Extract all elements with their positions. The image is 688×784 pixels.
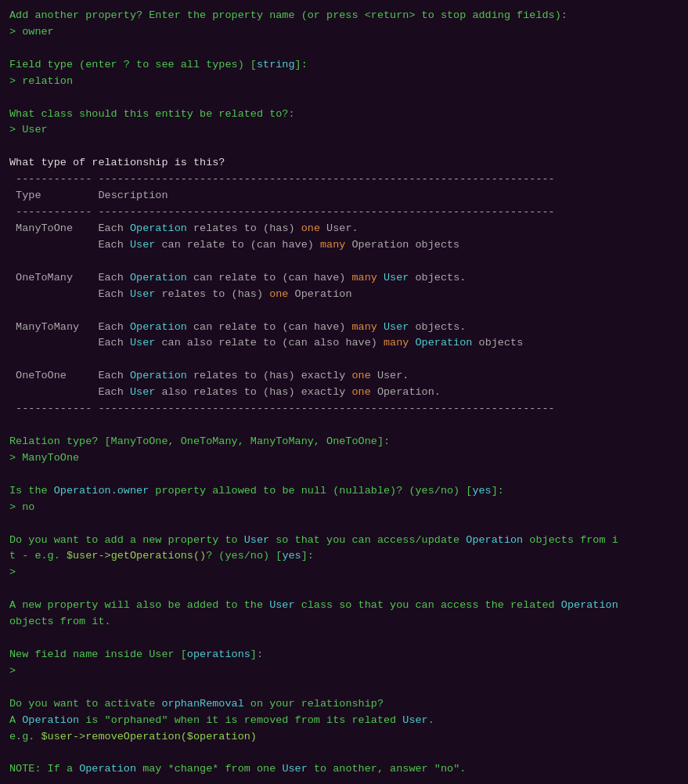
line-onetoone-1: OneToOne Each Operation relates to (has)… [9, 368, 679, 385]
line-prompt-blank: > [9, 565, 679, 581]
line-blank-5 [9, 303, 679, 320]
line-add-property: Add another property? Enter the property… [9, 8, 679, 24]
line-orphan-info: A Operation is "orphaned" when it is rem… [9, 713, 679, 729]
line-blank-12 [9, 680, 679, 696]
line-manytomany-2: Each User can also relate to (can also h… [9, 335, 679, 352]
line-add-property-user-2: t - e.g. $user->getOperations()? (yes/no… [9, 548, 679, 565]
line-blank-8 [9, 467, 679, 483]
line-blank-1 [9, 41, 679, 57]
line-separator-3: ------------ ---------------------------… [9, 401, 679, 417]
line-new-field-name: New field name inside User [operations]: [9, 647, 679, 663]
line-prompt-relation: > relation [9, 74, 679, 90]
terminal-window: Add another property? Enter the property… [9, 8, 679, 784]
line-blank-6 [9, 352, 679, 368]
line-header: Type Description [9, 188, 679, 204]
line-nullable-prompt: Is the Operation.owner property allowed … [9, 483, 679, 500]
line-manytoone-2: Each User can relate to (can have) many … [9, 237, 679, 254]
line-what-class: What class should this entity be related… [9, 107, 679, 123]
line-prompt-blank-2: > [9, 663, 679, 680]
line-blank-11 [9, 630, 679, 647]
line-separator-2: ------------ ---------------------------… [9, 204, 679, 221]
line-add-property-user: Do you want to add a new property to Use… [9, 533, 679, 549]
line-onetomany-1: OneToMany Each Operation can relate to (… [9, 270, 679, 287]
line-blank-14 [9, 778, 679, 784]
line-blank-4 [9, 254, 679, 270]
line-onetoone-2: Each User also relates to (has) exactly … [9, 385, 679, 401]
line-manytomany-1: ManyToMany Each Operation can relate to … [9, 320, 679, 336]
line-prompt-user: > User [9, 122, 679, 139]
line-relation-type-prompt: Relation type? [ManyToOne, OneToMany, Ma… [9, 434, 679, 450]
line-blank-10 [9, 581, 679, 598]
line-blank-3 [9, 139, 679, 155]
line-prompt-no: > no [9, 500, 679, 516]
line-field-type: Field type (enter ? to see all types) [s… [9, 57, 679, 74]
line-blank-9 [9, 516, 679, 533]
line-separator-1: ------------ ---------------------------… [9, 172, 679, 188]
line-blank-13 [9, 745, 679, 761]
line-orphan-example: e.g. $user->removeOperation($operation) [9, 729, 679, 746]
line-orphan-note: NOTE: If a Operation may *change* from o… [9, 761, 679, 778]
line-blank-2 [9, 90, 679, 107]
line-what-type: What type of relationship is this? [9, 155, 679, 172]
line-prompt-owner: > owner [9, 24, 679, 41]
line-onetomany-2: Each User relates to (has) one Operation [9, 287, 679, 303]
line-prompt-manytoone: > ManyToOne [9, 450, 679, 467]
line-blank-7 [9, 417, 679, 434]
line-manytoone-1: ManyToOne Each Operation relates to (has… [9, 221, 679, 237]
line-orphan-removal: Do you want to activate orphanRemoval on… [9, 696, 679, 713]
line-new-property-info: A new property will also be added to the… [9, 598, 679, 614]
line-new-property-info-2: objects from it. [9, 614, 679, 630]
